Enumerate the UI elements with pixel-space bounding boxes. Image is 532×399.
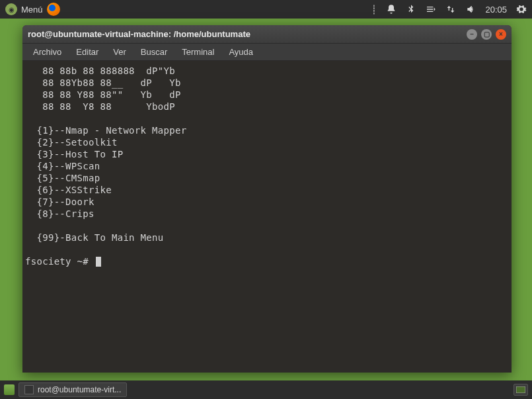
ascii-line-1: 88 88b 88 888888 dP"Yb bbox=[25, 65, 509, 77]
notification-bell-icon[interactable] bbox=[386, 4, 397, 15]
indicator-icon[interactable] bbox=[426, 4, 436, 15]
ascii-line-2: 88 88Yb88 88__ dP Yb bbox=[25, 77, 509, 89]
top-bar-left: ◉ Menú bbox=[5, 3, 60, 16]
menu-option-3: {3}--Host To IP bbox=[25, 148, 509, 160]
menu-file[interactable]: Archivo bbox=[26, 45, 68, 59]
terminal-cursor bbox=[96, 257, 101, 267]
system-tray: ┊ 20:05 bbox=[371, 4, 527, 15]
ubuntu-mate-logo-icon[interactable]: ◉ bbox=[5, 3, 17, 15]
menu-option-8: {8}--Crips bbox=[25, 208, 509, 220]
terminal-menubar: Archivo Editar Ver Buscar Terminal Ayuda bbox=[22, 44, 512, 61]
bottom-taskbar: root@ubuntumate-virt... bbox=[0, 380, 532, 399]
bluetooth-icon[interactable] bbox=[406, 4, 416, 15]
menu-option-1: {1}--Nmap - Network Mapper bbox=[25, 124, 509, 136]
top-menu-bar: ◉ Menú ┊ 20:05 bbox=[0, 0, 532, 19]
menu-option-5: {5}--CMSmap bbox=[25, 172, 509, 184]
settings-gear-icon[interactable] bbox=[516, 4, 527, 15]
menu-option-99: {99}-Back To Main Menu bbox=[25, 232, 509, 244]
window-title: root@ubuntumate-virtual-machine: /home/u… bbox=[28, 29, 467, 39]
menu-search[interactable]: Buscar bbox=[134, 45, 174, 59]
terminal-window: root@ubuntumate-virtual-machine: /home/u… bbox=[22, 25, 512, 373]
window-controls: – ▢ × bbox=[467, 29, 506, 40]
menu-option-6: {6}--XSStrike bbox=[25, 184, 509, 196]
terminal-task-icon bbox=[24, 385, 34, 394]
ascii-line-3: 88 88 Y88 88"" Yb dP bbox=[25, 89, 509, 101]
firefox-icon[interactable] bbox=[47, 3, 60, 16]
menu-terminal[interactable]: Terminal bbox=[175, 45, 221, 59]
terminal-body[interactable]: 88 88b 88 888888 dP"Yb 88 88Yb88 88__ dP… bbox=[22, 61, 512, 373]
menu-option-2: {2}--Setoolkit bbox=[25, 136, 509, 148]
clock-time[interactable]: 20:05 bbox=[485, 5, 507, 15]
network-icon[interactable] bbox=[445, 4, 456, 15]
menu-label[interactable]: Menú bbox=[21, 5, 43, 15]
menu-option-4: {4}--WPScan bbox=[25, 160, 509, 172]
menu-view[interactable]: Ver bbox=[106, 45, 133, 59]
menu-edit[interactable]: Editar bbox=[69, 45, 105, 59]
volume-icon[interactable] bbox=[465, 4, 476, 15]
separator-icon: ┊ bbox=[371, 5, 377, 15]
minimize-button[interactable]: – bbox=[467, 29, 477, 40]
ascii-line-4: 88 88 Y8 88 YbodP bbox=[25, 101, 509, 112]
menu-option-7: {7}--Doork bbox=[25, 196, 509, 208]
show-desktop-icon[interactable] bbox=[4, 384, 15, 395]
close-button[interactable]: × bbox=[496, 29, 506, 40]
terminal-prompt: fsociety ~# bbox=[25, 256, 95, 267]
menu-help[interactable]: Ayuda bbox=[222, 45, 260, 59]
taskbar-app-terminal[interactable]: root@ubuntumate-virt... bbox=[19, 382, 127, 397]
workspace-switcher-icon[interactable] bbox=[513, 384, 528, 396]
taskbar-app-label: root@ubuntumate-virt... bbox=[38, 385, 121, 394]
maximize-button[interactable]: ▢ bbox=[481, 29, 492, 40]
window-titlebar[interactable]: root@ubuntumate-virtual-machine: /home/u… bbox=[22, 25, 512, 44]
svg-rect-0 bbox=[516, 386, 525, 393]
